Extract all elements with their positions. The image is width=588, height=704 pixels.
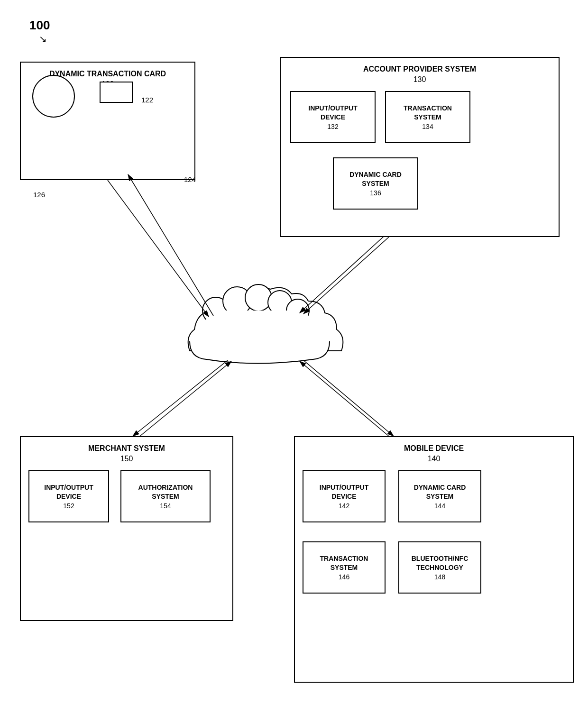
ms-auth-system-box: AUTHORIZATIONSYSTEM 154 bbox=[120, 470, 211, 522]
merchant-system-number: 150 bbox=[28, 455, 226, 463]
ms-io-device-number: 152 bbox=[63, 502, 74, 510]
aps-io-device-title: INPUT/OUTPUTDEVICE bbox=[308, 104, 357, 121]
ref-124-label: 124 bbox=[184, 175, 196, 183]
aps-transaction-system-number: 134 bbox=[422, 123, 433, 130]
md-transaction-system-title: TRANSACTIONSYSTEM bbox=[320, 554, 368, 571]
diagram-container: 100 ↘ DYNAMIC TRANSACTION CARD 120 122 1… bbox=[0, 0, 588, 704]
md-dynamic-card-system-title: DYNAMIC CARDSYSTEM bbox=[414, 483, 466, 500]
aps-dynamic-card-system-title: DYNAMIC CARDSYSTEM bbox=[349, 170, 402, 187]
svg-point-3 bbox=[223, 287, 251, 315]
svg-line-11 bbox=[128, 174, 213, 316]
aps-transaction-system-box: TRANSACTIONSYSTEM 134 bbox=[385, 91, 470, 143]
ms-auth-system-title: AUTHORIZATIONSYSTEM bbox=[138, 483, 193, 500]
account-provider-system-number: 130 bbox=[287, 75, 552, 84]
ms-io-device-box: INPUT/OUTPUTDEVICE 152 bbox=[28, 470, 109, 522]
ms-auth-system-number: 154 bbox=[160, 502, 171, 510]
network-label-group: NETWORK 110 bbox=[209, 322, 248, 339]
svg-line-10 bbox=[303, 237, 389, 314]
svg-line-9 bbox=[108, 180, 209, 317]
svg-line-14 bbox=[303, 360, 394, 436]
svg-line-15 bbox=[300, 361, 389, 436]
svg-line-12 bbox=[133, 360, 228, 436]
md-io-device-box: INPUT/OUTPUTDEVICE 142 bbox=[303, 470, 386, 522]
svg-point-4 bbox=[245, 284, 272, 311]
md-dynamic-card-system-box: DYNAMIC CARDSYSTEM 144 bbox=[398, 470, 481, 522]
account-provider-system-title: ACCOUNT PROVIDER SYSTEM bbox=[287, 64, 552, 74]
aps-io-device-box: INPUT/OUTPUTDEVICE 132 bbox=[290, 91, 376, 143]
md-transaction-system-number: 146 bbox=[339, 573, 349, 581]
md-bluetooth-nfc-box: BLUETOOTH/NFCTECHNOLOGY 148 bbox=[398, 541, 481, 594]
figure-label: 100 bbox=[29, 18, 50, 33]
svg-point-8 bbox=[206, 337, 312, 365]
network-number: 110 bbox=[209, 331, 248, 339]
md-io-device-title: INPUT/OUTPUTDEVICE bbox=[320, 483, 368, 500]
account-provider-system-box: ACCOUNT PROVIDER SYSTEM 130 INPUT/OUTPUT… bbox=[280, 57, 560, 237]
aps-dynamic-card-system-box: DYNAMIC CARDSYSTEM 136 bbox=[333, 157, 418, 210]
svg-point-5 bbox=[268, 291, 292, 314]
mobile-device-box: MOBILE DEVICE 140 INPUT/OUTPUTDEVICE 142… bbox=[294, 436, 574, 683]
svg-point-2 bbox=[202, 297, 229, 324]
card-chip-icon bbox=[100, 82, 133, 103]
merchant-system-title: MERCHANT SYSTEM bbox=[28, 444, 226, 454]
svg-line-13 bbox=[140, 361, 231, 436]
figure-arrow: ↘ bbox=[39, 33, 47, 45]
md-io-device-number: 142 bbox=[339, 502, 349, 510]
ref-126-label: 126 bbox=[33, 191, 45, 199]
md-dynamic-card-system-number: 144 bbox=[434, 502, 445, 510]
merchant-system-box: MERCHANT SYSTEM 150 INPUT/OUTPUTDEVICE 1… bbox=[20, 436, 233, 621]
aps-dynamic-card-system-number: 136 bbox=[370, 189, 381, 197]
md-transaction-system-box: TRANSACTIONSYSTEM 146 bbox=[303, 541, 386, 594]
aps-transaction-system-title: TRANSACTIONSYSTEM bbox=[404, 104, 452, 121]
mobile-device-title: MOBILE DEVICE bbox=[302, 444, 566, 454]
md-bluetooth-nfc-title: BLUETOOTH/NFCTECHNOLOGY bbox=[412, 554, 469, 571]
aps-io-device-number: 132 bbox=[327, 123, 338, 130]
network-label: NETWORK bbox=[209, 322, 248, 331]
ms-io-device-title: INPUT/OUTPUTDEVICE bbox=[44, 483, 93, 500]
card-circle-icon bbox=[32, 75, 75, 118]
md-bluetooth-nfc-number: 148 bbox=[434, 573, 445, 581]
ref-122-label: 122 bbox=[141, 96, 153, 104]
svg-line-16 bbox=[300, 236, 384, 313]
svg-point-6 bbox=[286, 299, 309, 322]
mobile-device-number: 140 bbox=[302, 455, 566, 463]
